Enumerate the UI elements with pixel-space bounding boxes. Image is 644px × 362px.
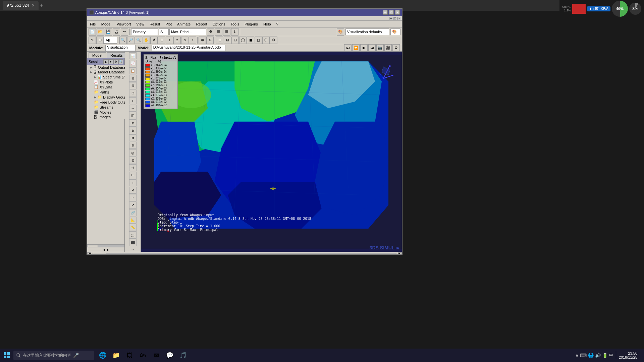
- rtool-18[interactable]: ⟂: [129, 179, 137, 186]
- rtool-21[interactable]: ⤢: [129, 201, 137, 208]
- zoom-in-btn[interactable]: 🔎: [127, 37, 135, 44]
- tree-ctrl-4[interactable]: 🔍: [118, 59, 123, 64]
- primary-dropdown[interactable]: Primary: [131, 28, 158, 35]
- s-dropdown[interactable]: S: [159, 28, 169, 35]
- mesh-btn6[interactable]: ◻: [255, 37, 262, 44]
- all-dropdown[interactable]: All: [104, 37, 117, 44]
- tree-item-output-databases[interactable]: ▶ 🗄 Output Databases: [87, 65, 125, 70]
- open-btn[interactable]: 📂: [97, 28, 104, 36]
- tree-item-streams[interactable]: 📁 Streams: [91, 105, 125, 110]
- rtool-3[interactable]: 📋: [129, 67, 137, 74]
- mesh-btn1[interactable]: ⊟: [216, 37, 223, 44]
- play-btn[interactable]: ▶: [360, 44, 368, 52]
- bottom-scrollbar[interactable]: ◀ ▶: [87, 252, 402, 255]
- zoom-btn[interactable]: 🔍: [119, 37, 127, 44]
- menu-help[interactable]: Help: [261, 21, 274, 27]
- menu-tools[interactable]: Tools: [228, 21, 242, 27]
- viz-defaults-dropdown[interactable]: Visualization defaults: [345, 28, 389, 35]
- rtool-4[interactable]: ⊞: [129, 75, 137, 82]
- browser-tab[interactable]: 972 651 324 ×: [3, 1, 39, 10]
- color-dropdown[interactable]: 🎨: [390, 28, 400, 35]
- rtool-6[interactable]: ⊡: [129, 89, 137, 97]
- taskbar-mail[interactable]: ✉: [150, 349, 162, 361]
- tree-ctrl-1[interactable]: ▲: [103, 59, 108, 64]
- rtool-7[interactable]: ↕: [129, 97, 137, 104]
- max-principal-dropdown[interactable]: Max. Princi...: [169, 28, 206, 35]
- menu-animate[interactable]: Animate: [174, 21, 193, 27]
- maximize-button[interactable]: □: [389, 10, 394, 15]
- rtool-19[interactable]: ∢: [129, 187, 137, 194]
- info-btn[interactable]: ℹ: [231, 28, 238, 36]
- taskbar-photos[interactable]: 🖼: [123, 349, 136, 361]
- viewport[interactable]: S, Max. Principal (Avg: 75%) +1.564e+04 …: [141, 52, 402, 252]
- rtool-5[interactable]: ⊟: [129, 82, 137, 89]
- rtool-12[interactable]: ⊗: [129, 134, 137, 141]
- mesh-btn5[interactable]: ◼: [247, 37, 254, 44]
- tray-volume[interactable]: 🔊: [595, 353, 601, 358]
- new-file-btn[interactable]: 📄: [89, 28, 96, 36]
- menu-options[interactable]: Options: [210, 21, 228, 27]
- model-tab[interactable]: Model: [89, 52, 106, 58]
- camera-btn[interactable]: 📷: [376, 44, 384, 52]
- menu-file[interactable]: File: [87, 21, 99, 27]
- taskbar-social[interactable]: 💬: [164, 349, 176, 361]
- taskbar-ie[interactable]: 🌐: [97, 349, 109, 361]
- rtool-9[interactable]: ◫: [129, 112, 137, 119]
- cursor-btn[interactable]: ↖: [89, 37, 96, 44]
- menu-report[interactable]: Report: [193, 21, 210, 27]
- start-button[interactable]: [0, 349, 13, 362]
- rtool-11[interactable]: ⊕: [129, 127, 137, 134]
- module-dropdown[interactable]: Visualization: [105, 45, 136, 51]
- rtool-arrow[interactable]: →: [131, 247, 135, 251]
- toggle-btn2[interactable]: ☰: [215, 28, 222, 36]
- tree-item-paths[interactable]: 📁 Paths: [91, 89, 125, 95]
- tree-item-model-database[interactable]: ▶ 🗄 Model Database (...: [87, 70, 125, 74]
- mesh-btn2[interactable]: ⊠: [224, 37, 231, 44]
- rtool-10[interactable]: ⊘: [129, 119, 137, 126]
- view-1[interactable]: 1: [166, 37, 173, 44]
- rtool-23[interactable]: 📐: [129, 217, 137, 224]
- rtool-1[interactable]: 📊: [129, 52, 137, 59]
- toggle-btn3[interactable]: ☰: [223, 28, 230, 36]
- inner-minimize[interactable]: ─: [389, 17, 393, 20]
- scroll-left-btn[interactable]: ◀: [87, 252, 91, 255]
- taskbar-store[interactable]: 🛍: [137, 349, 149, 361]
- tree-ctrl-3[interactable]: ⚙: [113, 59, 118, 64]
- fit-btn[interactable]: ⊞: [158, 37, 165, 44]
- mesh-btn4[interactable]: ◯: [239, 37, 247, 44]
- save-btn[interactable]: 💾: [105, 28, 112, 36]
- print-btn[interactable]: 🖨: [113, 28, 120, 36]
- rtool-2[interactable]: 📈: [129, 60, 137, 67]
- inner-maximize[interactable]: □: [393, 17, 397, 20]
- taskbar-search[interactable]: 在这里输入你要搜索的内容 🎤: [13, 351, 94, 360]
- rtool-25[interactable]: ⬚: [129, 231, 137, 238]
- rtool-24[interactable]: 📏: [129, 224, 137, 231]
- tree-left-arrow[interactable]: ◀: [102, 247, 106, 252]
- prev-btn[interactable]: ⏪: [352, 44, 360, 52]
- tree-item-display-groups[interactable]: ▶ 📁 Display Groups (1...: [91, 95, 125, 100]
- rtool-26[interactable]: ⬛: [129, 239, 137, 246]
- rtool-8[interactable]: ↔: [129, 105, 137, 112]
- tree-item-spectrums[interactable]: ▶ 📊 Spectrums (7): [91, 74, 125, 79]
- zoom-out-btn[interactable]: 🔍: [135, 37, 142, 44]
- rotate-btn[interactable]: ↺: [150, 37, 158, 44]
- options-btn[interactable]: ⚙: [270, 37, 277, 44]
- rtool-22[interactable]: 🔗: [129, 209, 137, 216]
- pan-btn[interactable]: ✋: [143, 37, 150, 44]
- rtool-15[interactable]: ⊠: [129, 157, 137, 164]
- tree-item-movies[interactable]: 🎬 Movies: [91, 110, 125, 115]
- tree-scroll-area[interactable]: [87, 244, 124, 247]
- toggle-btn1[interactable]: ⚙: [207, 28, 214, 36]
- scrollbar-thumb[interactable]: [93, 253, 106, 255]
- rtool-14[interactable]: ◎: [129, 149, 137, 156]
- viz-icon[interactable]: 🎨: [337, 28, 344, 36]
- inner-close[interactable]: ×: [397, 17, 401, 20]
- move-btn[interactable]: ⊕: [199, 37, 206, 44]
- rtool-16[interactable]: ⊣: [129, 164, 137, 171]
- tree-item-xydata[interactable]: 📋 XYData: [91, 84, 125, 89]
- mesh-btn7[interactable]: ⬡: [262, 37, 270, 44]
- tree-item-free-body-cuts[interactable]: 📁 Free Body Cuts: [91, 100, 125, 105]
- close-button[interactable]: ×: [395, 10, 400, 15]
- menu-viewport[interactable]: Viewport: [114, 21, 134, 27]
- tray-keyboard[interactable]: ⌨: [580, 353, 587, 358]
